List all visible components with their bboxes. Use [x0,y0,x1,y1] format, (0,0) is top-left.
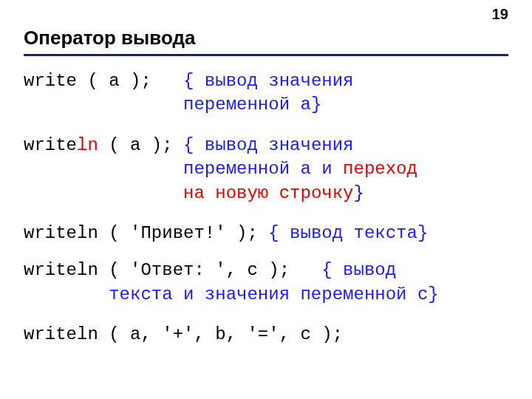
comment-text: переменной a} [183,95,321,115]
title-rule [24,54,508,56]
page-title: Оператор вывода [24,27,508,50]
indent [24,95,183,115]
comment-text: { вывод [321,260,396,280]
comment-text: текста и значения переменной c} [109,284,438,304]
code-block-writeln-multi: writeln ( a, '+', b, '=', c ); [24,323,508,347]
code-emphasis: ln [77,135,98,155]
indent [24,159,183,179]
comment-text: переменной a и [183,159,343,179]
code-text: write [24,135,77,155]
comment-text: } [353,183,364,203]
code-block-writeln-text: writeln ( 'Привет!' ); { вывод текста} [24,222,508,245]
comment-text: { вывод текста} [268,223,428,243]
indent [24,183,183,203]
code-text: writeln ( 'Привет!' ); [24,223,268,243]
code-text: ( a ); [98,135,183,155]
code-text: writeln ( a, '+', b, '=', c ); [24,324,343,344]
code-text: writeln ( 'Ответ: ', c ); [24,260,321,280]
comment-text: { вывод значения [183,135,353,155]
indent [24,284,109,304]
code-block-write: write ( a ); { вывод значения переменной… [24,69,508,117]
code-block-writeln-text-var: writeln ( 'Ответ: ', c ); { вывод текста… [24,259,508,307]
comment-text: { вывод значения [183,71,353,91]
comment-emphasis: на новую строчку [183,183,353,203]
code-block-writeln: writeln ( a ); { вывод значения переменн… [24,134,508,205]
slide: 19 Оператор вывода write ( a ); { вывод … [0,0,532,399]
page-number: 19 [492,6,508,23]
comment-emphasis: переход [343,159,417,179]
code-text: write ( a ); [24,71,183,91]
